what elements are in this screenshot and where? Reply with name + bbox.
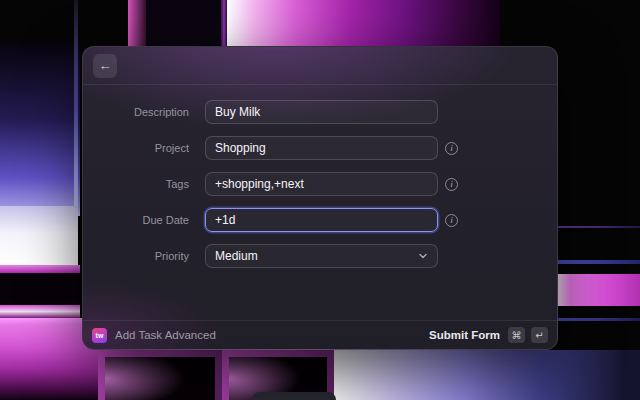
form-row-tags: Tags i <box>83 172 557 196</box>
priority-select[interactable]: Medium <box>205 244 438 268</box>
background-panel <box>0 206 78 266</box>
description-label: Description <box>83 106 189 118</box>
tags-field[interactable] <box>205 172 438 196</box>
project-label: Project <box>83 142 189 154</box>
info-spacer <box>445 106 458 119</box>
form-row-project: Project i <box>83 136 557 160</box>
return-key-icon: ↵ <box>531 327 548 343</box>
info-icon[interactable]: i <box>445 214 458 227</box>
due-date-input[interactable] <box>215 213 428 227</box>
background-panel <box>555 274 640 306</box>
chevron-down-icon <box>418 251 428 261</box>
due-date-field[interactable] <box>205 208 438 232</box>
background-panel <box>555 226 640 228</box>
priority-label: Priority <box>83 250 189 262</box>
background-panel <box>146 0 222 46</box>
info-spacer <box>445 250 458 263</box>
background-panel <box>0 273 80 306</box>
back-arrow-icon: ← <box>99 58 112 73</box>
tags-input[interactable] <box>215 177 428 191</box>
taskwarrior-app-icon: tw <box>92 328 107 343</box>
project-field[interactable] <box>205 136 438 160</box>
priority-value: Medium <box>215 249 418 263</box>
due-date-label: Due Date <box>83 214 189 226</box>
back-button[interactable]: ← <box>93 54 117 78</box>
command-key-icon: ⌘ <box>508 327 525 343</box>
background-panel <box>0 40 80 216</box>
window-footer: tw Add Task Advanced Submit Form ⌘ ↵ <box>83 320 557 349</box>
form-row-description: Description <box>83 100 557 124</box>
task-form: Description Project i Tags i <box>83 85 557 268</box>
background-panel <box>555 318 640 321</box>
background-panel <box>227 0 500 46</box>
command-title: Add Task Advanced <box>115 329 216 341</box>
background-panel <box>0 265 80 273</box>
background-panel <box>252 392 336 400</box>
description-field[interactable] <box>205 100 438 124</box>
description-input[interactable] <box>215 105 428 119</box>
background-panel <box>98 350 222 400</box>
form-row-due-date: Due Date i <box>83 208 557 232</box>
submit-form-button[interactable]: Submit Form <box>429 329 500 341</box>
window-header: ← <box>83 47 557 85</box>
project-input[interactable] <box>215 141 428 155</box>
background-panel <box>128 0 146 46</box>
info-icon[interactable]: i <box>445 142 458 155</box>
info-icon[interactable]: i <box>445 178 458 191</box>
background-panel <box>334 350 640 400</box>
add-task-advanced-window: ← Description Project i Tags <box>82 46 558 350</box>
background-panel <box>0 305 80 318</box>
tags-label: Tags <box>83 178 189 190</box>
screen: ← Description Project i Tags <box>0 0 640 400</box>
form-row-priority: Priority Medium <box>83 244 557 268</box>
footer-actions: Submit Form ⌘ ↵ <box>429 327 548 343</box>
background-panel <box>555 260 640 264</box>
